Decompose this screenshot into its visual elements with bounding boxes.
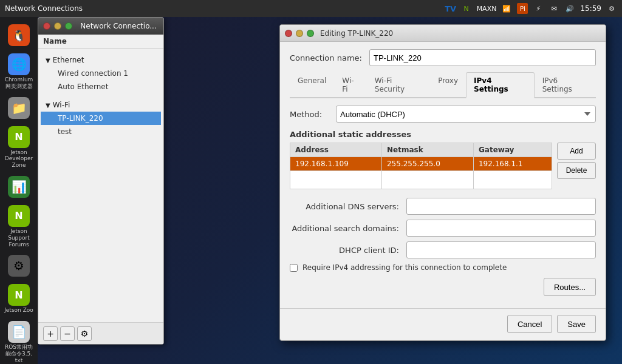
dock: 🐧 🌐 Chromium网页浏览器 📁 N JetsonDeveloperZon… [0,17,38,364]
wifi-parent[interactable]: ▼ Wi-Fi [41,98,161,112]
empty-cell-2 [381,171,473,189]
dock-item-nvidia2[interactable]: N JetsonSupportForums [2,203,35,250]
net-close-btn[interactable] [43,22,50,30]
dialog-minimize-btn[interactable] [296,30,303,37]
dns-row: Additional DNS servers: [290,198,596,215]
dns-input[interactable] [406,198,596,215]
net-window-toolbar: + − ⚙ [38,322,163,344]
conn-name-label: Connection name: [290,53,362,62]
test-item[interactable]: test [41,125,161,138]
wifi-arrow: ▼ [46,102,50,109]
dialog-title: Editing TP-LINK_220 [320,29,393,38]
auto-ethernet[interactable]: Auto Ethernet [41,80,161,93]
tab-ipv4[interactable]: IPv4 Settings [466,72,535,98]
email-icon[interactable]: ✉ [549,3,559,14]
search-domains-input[interactable] [406,220,596,237]
ethernet-parent[interactable]: ▼ Ethernet [41,53,161,67]
wired-connection-1[interactable]: Wired connection 1 [41,67,161,80]
wifi-label: Wi-Fi [53,101,70,109]
method-select[interactable]: Automatic (DHCP) Manual Link-Local Only … [336,106,596,123]
dhcp-id-input[interactable] [406,241,596,258]
tab-wifi-security[interactable]: Wi-Fi Security [367,72,430,97]
routes-btn[interactable]: Routes... [544,278,596,296]
taskbar-left: Network Connections [5,4,83,13]
cancel-button[interactable]: Cancel [507,315,552,333]
files-icon: 📁 [8,97,30,119]
connection-settings-btn[interactable]: ⚙ [77,326,92,341]
tab-proxy[interactable]: Proxy [430,72,466,97]
net-window-titlebar: Network Connectio... [38,18,163,35]
net-window-title: Network Connectio... [78,22,159,30]
wifi-icon[interactable]: 📶 [501,3,512,14]
settings2-icon: ⚙ [8,255,30,277]
taskbar-right: TV N MAXN 📶 Pi ⚡ ✉ 🔊 15:59 ⚙ [445,3,617,14]
volume-icon[interactable]: 🔊 [564,3,575,14]
add-address-btn[interactable]: Add [557,143,596,160]
text-icon: 📄 [8,321,30,343]
dock-item-spreadsheet[interactable]: 📊 [2,174,35,200]
tab-general[interactable]: General [290,72,334,97]
ipv4-settings: Method: Automatic (DHCP) Manual Link-Loc… [290,106,596,301]
col-address: Address [290,143,382,157]
save-button[interactable]: Save [557,315,596,333]
dock-item-text[interactable]: 📄 ROS常用功能命令3.5.txt [2,318,35,364]
table-action-buttons: Add Delete [557,143,596,192]
taskbar: Network Connections TV N MAXN 📶 Pi ⚡ ✉ 🔊… [0,0,622,17]
cell-netmask: 255.255.255.0 [381,157,473,171]
tab-ipv6[interactable]: IPv6 Settings [535,72,596,97]
dock-item-nvidia1[interactable]: N JetsonDeveloperZone [2,124,35,171]
tabs: General Wi-Fi Wi-Fi Security Proxy IPv4 … [290,72,596,98]
dock-label-chromium: Chromium网页浏览器 [5,76,33,90]
col-gateway: Gateway [473,143,552,157]
net-col-header: Name [38,35,163,49]
conn-name-input[interactable] [369,49,596,66]
dock-item-ubuntu[interactable]: 🐧 [2,22,35,49]
cell-address: 192.168.1.109 [290,157,382,171]
dock-label-text: ROS常用功能命令3.5.txt [5,344,33,363]
chromium-icon: 🌐 [8,53,30,75]
dock-label-nvidia1: JetsonDeveloperZone [5,149,33,169]
net-minimize-btn[interactable] [54,22,61,30]
ethernet-label: Ethernet [53,56,84,64]
table-header-row: Address Netmask Gateway [290,143,552,157]
search-domains-row: Additional search domains: [290,220,596,237]
nvidia2-icon: N [8,205,30,227]
dock-label-nvidia3: Jetson Zoo [4,307,33,314]
dialog-body: Connection name: General Wi-Fi Wi-Fi Sec… [280,42,606,308]
routes-row: Routes... [290,278,596,301]
net-maximize-btn[interactable] [65,22,72,30]
address-table-wrapper: Address Netmask Gateway 192.168.1.109 25… [290,143,552,192]
empty-cell-3 [473,171,552,189]
method-label: Method: [290,110,326,119]
dock-item-chromium[interactable]: 🌐 Chromium网页浏览器 [2,51,35,92]
editing-dialog: Editing TP-LINK_220 Connection name: Gen… [279,24,606,341]
require-ipv4-checkbox[interactable] [290,264,298,272]
nvidia1-icon: N [8,126,30,148]
table-row-empty [290,171,552,189]
wifi-section: ▼ Wi-Fi TP-LINK_220 test [41,96,161,141]
require-ipv4-row: Require IPv4 addressing for this connect… [290,263,596,272]
tp-link-item[interactable]: TP-LINK_220 [41,112,161,125]
cell-gateway: 192.168.1.1 [473,157,552,171]
delete-address-btn[interactable]: Delete [557,162,596,179]
settings-icon[interactable]: ⚙ [606,3,617,14]
dialog-footer: Cancel Save [280,308,606,340]
dhcp-id-row: DHCP client ID: [290,241,596,258]
bluetooth-icon[interactable]: ⚡ [533,3,544,14]
table-row[interactable]: 192.168.1.109 255.255.255.0 192.168.1.1 [290,157,552,171]
col-netmask: Netmask [381,143,473,157]
remove-connection-btn[interactable]: − [60,326,75,341]
dock-item-nvidia3[interactable]: N Jetson Zoo [2,281,35,316]
method-row: Method: Automatic (DHCP) Manual Link-Loc… [290,106,596,123]
tab-wifi[interactable]: Wi-Fi [334,72,366,97]
desktop: Network Connections TV N MAXN 📶 Pi ⚡ ✉ 🔊… [0,0,622,364]
add-connection-btn[interactable]: + [43,326,58,341]
dock-item-files[interactable]: 📁 [2,95,35,121]
time-label: 15:59 [580,4,601,13]
dock-item-settings[interactable]: ⚙ [2,252,35,279]
dialog-close-btn[interactable] [285,30,292,37]
dialog-maximize-btn[interactable] [307,30,314,37]
dialog-titlebar: Editing TP-LINK_220 [280,25,606,42]
search-domains-label: Additional search domains: [290,224,399,233]
teamviewer-icon[interactable]: TV [445,3,456,14]
